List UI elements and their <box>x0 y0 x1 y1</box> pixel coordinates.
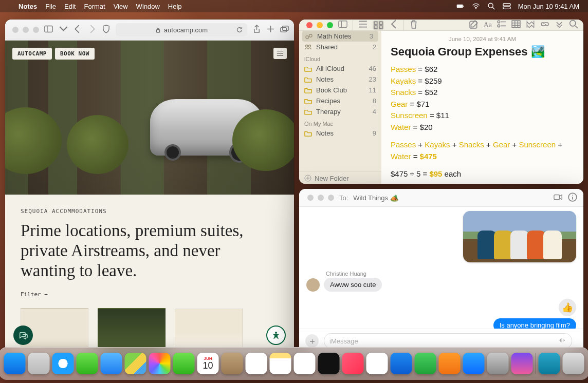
dock-app-numbers[interactable] <box>415 353 436 374</box>
reload-icon[interactable] <box>236 26 243 33</box>
back-icon[interactable] <box>73 25 82 35</box>
dock-app-calendar[interactable]: JUN 10 <box>197 353 219 374</box>
grid-view-icon[interactable] <box>373 21 384 30</box>
sidebar-item-therapy[interactable]: Therapy 4 <box>299 106 381 117</box>
wifi-icon[interactable] <box>468 0 484 12</box>
filter-button[interactable]: Filter + <box>21 291 279 298</box>
dock-app-finder[interactable] <box>4 353 26 374</box>
dock-app-music[interactable] <box>342 353 364 374</box>
table-icon[interactable] <box>511 20 521 30</box>
dock-app-tv[interactable] <box>318 353 340 374</box>
site-menu-button[interactable] <box>273 48 287 59</box>
menu-format[interactable]: Format <box>80 0 109 12</box>
search-icon[interactable] <box>569 20 578 30</box>
chevron-down-icon[interactable] <box>59 25 68 35</box>
new-folder-button[interactable]: New Folder <box>299 171 381 184</box>
dock-app-maps[interactable] <box>125 353 146 374</box>
chat-fab[interactable] <box>13 325 33 345</box>
dock-app-keynote[interactable] <box>391 353 412 374</box>
message-attachment-image[interactable] <box>463 211 576 262</box>
outgoing-message[interactable]: Is anyone bringing film? <box>493 318 576 329</box>
new-tab-icon[interactable] <box>266 25 275 35</box>
sidebar-item-label: Shared <box>316 43 338 51</box>
incoming-message[interactable]: Awww soo cute <box>324 278 382 292</box>
shield-icon[interactable] <box>102 25 111 35</box>
dock-app-contacts[interactable] <box>222 353 243 374</box>
audio-message-icon[interactable] <box>558 336 566 346</box>
info-icon[interactable] <box>568 193 577 203</box>
notes-traffic-lights[interactable] <box>304 22 333 28</box>
sidebar-toggle-icon[interactable] <box>338 20 347 30</box>
menu-file[interactable]: File <box>41 0 60 12</box>
trash-icon[interactable] <box>409 20 418 30</box>
menu-edit[interactable]: Edit <box>60 0 80 12</box>
dock-app-settings[interactable] <box>487 353 509 374</box>
dock-app-facetime[interactable] <box>173 353 195 374</box>
more-icon[interactable] <box>555 20 564 30</box>
tapback-emoji[interactable]: 👍 <box>559 299 576 316</box>
apple-menu[interactable] <box>6 0 14 12</box>
checklist-icon[interactable] <box>497 20 506 30</box>
dock-app-news[interactable] <box>366 353 388 374</box>
safari-traffic-lights[interactable] <box>10 27 39 33</box>
site-logo[interactable]: AUTOCAMP <box>12 48 52 60</box>
link-icon[interactable] <box>540 20 549 30</box>
dock-stack-downloads[interactable] <box>539 353 560 374</box>
dock-app-reminders[interactable] <box>246 353 267 374</box>
dock-app-notes[interactable] <box>270 353 291 374</box>
apps-button[interactable]: ＋ <box>305 334 319 348</box>
book-now-button[interactable]: BOOK NOW <box>55 48 95 60</box>
svg-rect-7 <box>156 29 159 32</box>
battery-icon[interactable] <box>453 0 468 12</box>
sidebar-item-shared[interactable]: Shared 2 <box>299 42 381 52</box>
back-icon[interactable] <box>389 20 398 30</box>
svg-point-20 <box>570 21 576 26</box>
safari-address-bar[interactable]: autocamp.com <box>116 23 247 36</box>
avatar[interactable] <box>306 278 320 292</box>
dock-app-messages[interactable] <box>77 353 98 374</box>
sidebar-item-local-notes[interactable]: Notes 9 <box>299 128 381 139</box>
dock-app-freeform[interactable] <box>294 353 316 374</box>
dock-app-photos[interactable] <box>149 353 171 374</box>
menu-view[interactable]: View <box>109 0 132 12</box>
accessibility-fab[interactable] <box>266 325 286 345</box>
format-icon[interactable]: Aa <box>484 21 492 29</box>
note-editor[interactable]: June 10, 2024 at 9:41 AM Sequoia Group E… <box>381 31 583 184</box>
hero-image: AUTOCAMP BOOK NOW <box>5 41 294 195</box>
compose-icon[interactable] <box>469 20 479 30</box>
conversation-name[interactable]: Wild Things 🏕️ <box>353 194 398 202</box>
share-icon[interactable] <box>252 25 261 35</box>
dock-app-pages[interactable] <box>439 353 461 374</box>
messages-traffic-lights[interactable] <box>305 195 334 201</box>
thumbnail-2[interactable] <box>98 308 166 353</box>
menu-window[interactable]: Window <box>132 0 164 12</box>
dock-trash[interactable] <box>563 353 584 374</box>
sidebar-item-math-notes[interactable]: Math Notes 3 <box>302 31 378 42</box>
dock-app-launchpad[interactable] <box>28 353 50 374</box>
facetime-icon[interactable] <box>554 193 563 203</box>
thumbnail-3[interactable] <box>175 308 243 353</box>
sidebar-item-book-club[interactable]: Book Club 11 <box>299 85 381 95</box>
dock-app-appstore[interactable] <box>463 353 485 374</box>
svg-point-3 <box>488 3 493 8</box>
dock-app-safari[interactable] <box>52 353 74 374</box>
sidebar-item-label: Book Club <box>316 86 347 94</box>
sidebar-item-notes[interactable]: Notes 23 <box>299 74 381 85</box>
control-center-icon[interactable] <box>499 0 514 12</box>
message-input[interactable]: iMessage <box>324 333 572 349</box>
forward-icon[interactable] <box>88 25 97 35</box>
sidebar-item-all-icloud[interactable]: All iCloud 46 <box>299 63 381 74</box>
dock-app-mail[interactable] <box>101 353 122 374</box>
folder-icon <box>304 108 312 115</box>
list-view-icon[interactable] <box>358 20 368 30</box>
dock-app-iphone-mirroring[interactable] <box>511 353 533 374</box>
menubar-clock[interactable]: Mon Jun 10 9:41 AM <box>514 0 583 12</box>
sidebar-item-recipes[interactable]: Recipes 8 <box>299 95 381 106</box>
app-menu[interactable]: Notes <box>14 0 41 12</box>
menu-help[interactable]: Help <box>164 0 186 12</box>
sidebar-toggle-icon[interactable] <box>44 25 53 35</box>
messages-transcript[interactable]: Christine Huang Awww soo cute 👍 Is anyon… <box>299 207 583 329</box>
media-icon[interactable] <box>526 20 535 30</box>
tabs-icon[interactable] <box>280 25 289 35</box>
spotlight-icon[interactable] <box>484 0 499 12</box>
